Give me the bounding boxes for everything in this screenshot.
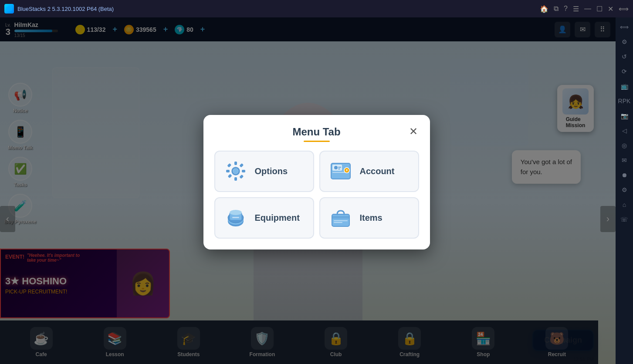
bluestacks-logo	[4, 4, 14, 13]
svg-rect-3	[234, 177, 237, 181]
svg-rect-29	[334, 222, 342, 223]
items-label: Items	[360, 213, 383, 223]
svg-rect-14	[338, 167, 341, 168]
svg-point-24	[230, 210, 242, 215]
sidebar-rpk-icon[interactable]: RPK	[618, 95, 630, 107]
sidebar-settings-icon[interactable]: ⚙	[618, 36, 630, 48]
menu-dialog-header: Menu Tab ✕	[214, 126, 419, 142]
svg-marker-0	[6, 6, 12, 12]
svg-point-13	[334, 166, 338, 169]
menu-options-card[interactable]: Options	[214, 151, 314, 192]
sidebar-back-icon[interactable]: ◁	[618, 125, 630, 137]
multiwindow-icon[interactable]: ⧉	[554, 5, 559, 13]
menu-dialog: Menu Tab ✕	[203, 115, 430, 249]
svg-rect-8	[228, 174, 232, 178]
sidebar-home2-icon[interactable]: ⌂	[618, 199, 630, 211]
help-icon[interactable]: ?	[564, 5, 568, 13]
sidebar-refresh-icon[interactable]: ↺	[618, 51, 630, 63]
svg-rect-27	[332, 216, 349, 219]
menu-close-button[interactable]: ✕	[406, 124, 421, 139]
menu-items-card[interactable]: Items	[319, 197, 419, 239]
sidebar-mail-icon[interactable]: ✉	[618, 154, 630, 166]
sidebar-phone-icon[interactable]: ☏	[618, 213, 630, 226]
svg-rect-19	[346, 171, 348, 172]
modal-overlay: Menu Tab ✕	[0, 0, 633, 364]
svg-rect-25	[232, 217, 239, 218]
svg-rect-18	[346, 169, 348, 170]
options-icon	[224, 159, 248, 183]
home-icon[interactable]: 🏠	[540, 5, 548, 13]
menu-equipment-card[interactable]: Equipment	[214, 197, 314, 239]
sidebar-tv-icon[interactable]: 📺	[618, 80, 630, 92]
equipment-icon	[224, 206, 248, 230]
menu-account-card[interactable]: Account	[319, 151, 419, 192]
close-icon[interactable]: ✕	[608, 5, 613, 13]
menu-dialog-title: Menu Tab	[292, 126, 340, 138]
bluestacks-bar: BlueStacks 2 5.3.120.1002 P64 (Beta) 🏠 ⧉…	[0, 0, 633, 17]
account-label: Account	[360, 166, 395, 176]
svg-point-17	[344, 168, 349, 173]
svg-rect-2	[234, 162, 237, 165]
maximize-icon[interactable]: ☐	[596, 5, 603, 13]
right-sidebar: ⟺ ⚙ ↺ ⟳ 📺 RPK 📷 ◁ ◎ ✉ ⏺ ⚙ ⌂ ☏	[616, 17, 633, 364]
sidebar-expand-icon[interactable]: ⟺	[618, 21, 630, 33]
menu-grid: Options Account	[214, 151, 419, 239]
svg-rect-7	[239, 175, 244, 179]
svg-rect-6	[227, 163, 231, 168]
sidebar-record-icon[interactable]: ⏺	[618, 169, 630, 181]
minimize-icon[interactable]: —	[584, 5, 591, 13]
sidebar-search-icon[interactable]: ◎	[618, 139, 630, 152]
svg-rect-28	[334, 220, 348, 221]
svg-rect-9	[239, 163, 244, 168]
menu-icon[interactable]: ☰	[573, 5, 579, 13]
svg-rect-5	[242, 170, 245, 172]
svg-rect-15	[338, 169, 340, 169]
menu-title-underline	[304, 141, 330, 142]
sidebar-screenshot-icon[interactable]: 📷	[618, 110, 630, 122]
svg-point-10	[233, 169, 238, 174]
svg-rect-4	[226, 170, 230, 172]
options-label: Options	[255, 166, 288, 176]
equipment-label: Equipment	[255, 213, 300, 223]
expand-icon[interactable]: ⟺	[619, 5, 629, 13]
bluestacks-title: BlueStacks 2 5.3.120.1002 P64 (Beta)	[17, 6, 114, 12]
items-icon	[329, 206, 353, 230]
bluestacks-controls: 🏠 ⧉ ? ☰ — ☐ ✕ ⟺	[540, 5, 629, 13]
sidebar-gear-icon[interactable]: ⚙	[618, 184, 630, 196]
account-icon	[329, 159, 353, 183]
sidebar-rotate-icon[interactable]: ⟳	[618, 65, 630, 78]
